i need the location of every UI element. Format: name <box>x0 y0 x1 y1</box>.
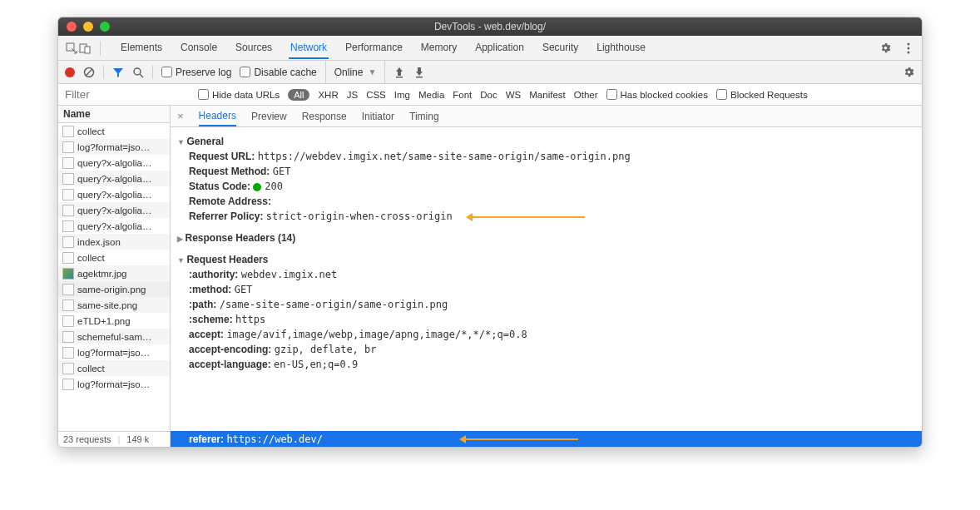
filter-funnel-icon[interactable] <box>112 67 124 78</box>
request-row[interactable]: query?x-algolia… <box>58 202 170 218</box>
search-icon[interactable] <box>132 67 144 78</box>
section-general[interactable]: General <box>177 134 915 149</box>
tab-application[interactable]: Application <box>473 37 526 59</box>
request-list-panel: Name collectlog?format=jso…query?x-algol… <box>58 106 171 447</box>
request-method: GET <box>273 166 291 177</box>
remote-address: Remote Address: <box>189 196 271 207</box>
detail-panel: × Headers Preview Response Initiator Tim… <box>171 106 922 447</box>
svg-line-7 <box>86 69 92 76</box>
filter-type-css[interactable]: CSS <box>366 90 386 100</box>
annotation-arrow-icon <box>462 438 578 440</box>
inspect-icon[interactable] <box>65 42 78 55</box>
window-title: DevTools - web.dev/blog/ <box>58 21 922 32</box>
filter-type-media[interactable]: Media <box>418 90 444 100</box>
clear-icon[interactable] <box>83 67 95 78</box>
request-row[interactable]: collect <box>58 123 170 139</box>
tab-console[interactable]: Console <box>179 37 219 59</box>
filter-type-img[interactable]: Img <box>394 90 410 100</box>
request-row[interactable]: eTLD+1.png <box>58 313 170 329</box>
tab-security[interactable]: Security <box>541 37 580 59</box>
filter-input[interactable] <box>65 88 190 101</box>
close-window-icon[interactable] <box>67 22 77 32</box>
request-row[interactable]: schemeful-sam… <box>58 329 170 344</box>
referer-row-highlight: referer: https://web.dev/ <box>171 431 922 447</box>
file-icon <box>62 189 74 201</box>
blocked-requests-checkbox[interactable]: Blocked Requests <box>716 89 808 100</box>
network-settings-gear-icon[interactable] <box>902 66 915 79</box>
file-icon <box>62 126 74 137</box>
request-name: query?x-algolia… <box>77 205 152 215</box>
has-blocked-cookies-checkbox[interactable]: Has blocked cookies <box>606 89 708 100</box>
upload-har-icon[interactable] <box>393 67 405 78</box>
status-bar: 23 requests | 149 k <box>58 431 170 447</box>
svg-point-4 <box>908 47 910 49</box>
request-row[interactable]: index.json <box>58 234 170 250</box>
filter-type-manifest[interactable]: Manifest <box>529 90 565 100</box>
network-toolbar: Preserve log Disable cache Online▼ <box>58 61 922 84</box>
request-row[interactable]: same-origin.png <box>58 281 170 297</box>
detail-tab-response[interactable]: Response <box>302 106 347 126</box>
status-ok-icon <box>253 183 261 191</box>
request-row[interactable]: query?x-algolia… <box>58 186 170 202</box>
filter-type-other[interactable]: Other <box>574 90 598 100</box>
tab-performance[interactable]: Performance <box>344 37 404 59</box>
file-icon <box>62 220 74 232</box>
settings-gear-icon[interactable] <box>879 42 892 55</box>
tab-sources[interactable]: Sources <box>234 37 274 59</box>
tab-memory[interactable]: Memory <box>419 37 458 59</box>
request-count: 23 requests <box>63 434 111 444</box>
device-toolbar-icon[interactable] <box>78 42 92 55</box>
throttling-select[interactable]: Online▼ <box>325 61 386 83</box>
request-row[interactable]: log?format=jso… <box>58 376 170 392</box>
filter-type-js[interactable]: JS <box>347 90 358 100</box>
tab-lighthouse[interactable]: Lighthouse <box>595 37 647 59</box>
annotation-arrow-icon <box>468 216 585 218</box>
section-response-headers[interactable]: Response Headers (14) <box>177 230 915 245</box>
request-row[interactable]: query?x-algolia… <box>58 218 170 234</box>
record-button[interactable] <box>65 67 75 77</box>
filter-type-font[interactable]: Font <box>453 90 472 100</box>
request-row[interactable]: same-site.png <box>58 297 170 313</box>
request-row[interactable]: log?format=jso… <box>58 344 170 360</box>
request-row[interactable]: collect <box>58 360 170 376</box>
request-row[interactable]: query?x-algolia… <box>58 155 170 171</box>
section-request-headers[interactable]: Request Headers <box>177 252 915 267</box>
detail-tab-preview[interactable]: Preview <box>251 106 287 126</box>
traffic-lights <box>58 22 110 32</box>
request-name: collect <box>77 253 105 263</box>
request-name: schemeful-sam… <box>77 332 151 342</box>
zoom-window-icon[interactable] <box>100 22 110 32</box>
name-column-header[interactable]: Name <box>58 106 170 123</box>
svg-rect-2 <box>85 47 90 53</box>
file-icon <box>62 236 74 248</box>
file-icon <box>62 252 74 264</box>
request-row[interactable]: log?format=jso… <box>58 139 170 155</box>
detail-tab-headers[interactable]: Headers <box>199 106 236 126</box>
filter-type-doc[interactable]: Doc <box>480 90 497 100</box>
disable-cache-checkbox[interactable]: Disable cache <box>240 67 316 78</box>
request-row[interactable]: query?x-algolia… <box>58 171 170 186</box>
file-icon <box>62 315 74 327</box>
minimize-window-icon[interactable] <box>83 22 93 32</box>
detail-tab-initiator[interactable]: Initiator <box>362 106 394 126</box>
tab-elements[interactable]: Elements <box>119 37 164 59</box>
request-row[interactable]: agektmr.jpg <box>58 265 170 281</box>
request-name: collect <box>77 126 105 136</box>
close-detail-icon[interactable]: × <box>177 110 184 122</box>
request-row[interactable]: collect <box>58 250 170 265</box>
filter-type-all[interactable]: All <box>288 89 309 101</box>
hide-data-urls-checkbox[interactable]: Hide data URLs <box>198 89 280 100</box>
filter-bar: Hide data URLs All XHR JS CSS Img Media … <box>58 84 922 106</box>
filter-type-ws[interactable]: WS <box>506 90 522 100</box>
kebab-menu-icon[interactable] <box>902 42 915 55</box>
svg-rect-10 <box>396 77 403 78</box>
tab-network[interactable]: Network <box>289 37 329 59</box>
detail-tab-timing[interactable]: Timing <box>409 106 439 126</box>
filter-type-xhr[interactable]: XHR <box>318 90 338 100</box>
download-har-icon[interactable] <box>413 67 425 78</box>
preserve-log-checkbox[interactable]: Preserve log <box>161 67 231 78</box>
svg-line-9 <box>140 74 143 77</box>
referrer-policy: strict-origin-when-cross-origin <box>266 210 453 222</box>
request-name: query?x-algolia… <box>77 158 152 168</box>
image-file-icon <box>62 268 74 280</box>
